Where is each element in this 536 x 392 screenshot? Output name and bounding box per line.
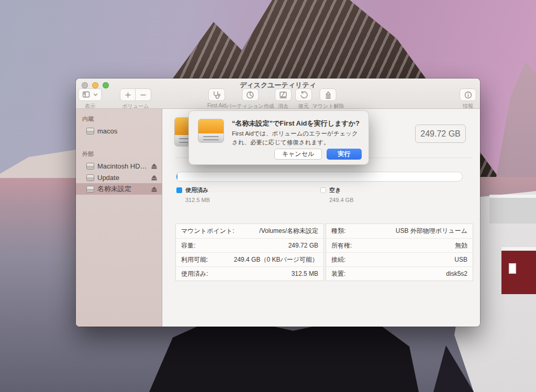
details-table-left: マウントポイント: /Volumes/名称未設定 容量: 249.72 GB 利… bbox=[175, 223, 324, 281]
wallpaper-red-cabin bbox=[501, 247, 536, 294]
eraser-icon bbox=[279, 91, 287, 98]
volume-tool: ボリューム bbox=[120, 88, 151, 110]
table-row: 種類: USB 外部物理ボリューム bbox=[326, 224, 473, 238]
view-tool: 表示 bbox=[79, 88, 102, 110]
disk-utility-window: ディスクユーティリティ 表示 bbox=[76, 79, 480, 327]
usage-bar bbox=[176, 172, 463, 182]
detail-value: 無効 bbox=[455, 241, 467, 250]
table-row: 装置: disk5s2 bbox=[326, 266, 473, 281]
detail-value: USB bbox=[454, 256, 467, 263]
details-table-right: 種類: USB 外部物理ボリューム 所有権: 無効 接続: USB 装置: di… bbox=[326, 223, 473, 281]
legend-used: 使用済み 312.5 MB bbox=[176, 186, 210, 203]
eject-button[interactable] bbox=[150, 174, 158, 181]
disk-icon bbox=[86, 163, 94, 170]
info-button[interactable] bbox=[460, 88, 476, 101]
info-tool: 情報 bbox=[460, 88, 476, 110]
detail-label: 容量: bbox=[181, 241, 195, 250]
sidebar: 内蔵 macos 外部 Macintosh HD - Data Update bbox=[76, 109, 162, 327]
unmount-eject-icon bbox=[325, 91, 332, 99]
legend-free: 空き 249.4 GB bbox=[320, 186, 353, 203]
eject-button[interactable] bbox=[150, 162, 158, 170]
dialog-body: First Aidでは、ボリュームのエラーがチェックされ、必要に応じて修復されま… bbox=[232, 129, 364, 148]
detail-value: 249.72 GB bbox=[288, 242, 318, 249]
detail-label: 利用可能: bbox=[181, 255, 208, 264]
first-aid-dialog: “名称未設定”でFirst Aidを実行しますか? First Aidでは、ボリ… bbox=[188, 110, 369, 165]
first-aid-button[interactable] bbox=[208, 88, 225, 101]
eject-button[interactable] bbox=[150, 185, 158, 193]
table-row: 利用可能: 249.4 GB（0 KBパージ可能） bbox=[176, 252, 323, 266]
disk-icon bbox=[86, 174, 94, 181]
cabin-window bbox=[509, 263, 516, 274]
detail-value: disk5s2 bbox=[446, 270, 467, 277]
partition-button[interactable] bbox=[242, 88, 259, 101]
sidebar-item-untitled[interactable]: 名称未設定 bbox=[76, 183, 162, 195]
free-value: 249.4 GB bbox=[329, 197, 353, 203]
dialog-title: “名称未設定”でFirst Aidを実行しますか? bbox=[232, 119, 363, 128]
restore-tool: 復元 bbox=[295, 88, 312, 110]
remove-volume-button[interactable] bbox=[136, 88, 151, 101]
add-volume-button[interactable] bbox=[120, 88, 136, 101]
plus-icon bbox=[125, 92, 131, 98]
detail-value: 312.5 MB bbox=[292, 270, 318, 277]
sidebar-item-macos[interactable]: macos bbox=[76, 125, 162, 137]
titlebar[interactable]: ディスクユーティリティ 表示 bbox=[76, 79, 480, 109]
restore-arrow-icon bbox=[300, 91, 308, 99]
used-swatch bbox=[176, 187, 182, 193]
erase-button[interactable] bbox=[275, 88, 292, 101]
detail-value: /Volumes/名称未設定 bbox=[259, 227, 318, 236]
unmount-button[interactable] bbox=[320, 88, 337, 101]
detail-label: 装置: bbox=[331, 270, 345, 278]
first-aid-tool: First Aid bbox=[207, 88, 226, 108]
detail-label: 接続: bbox=[331, 255, 345, 264]
detail-label: 使用済み: bbox=[181, 270, 208, 278]
cancel-button[interactable]: キャンセル bbox=[274, 149, 322, 160]
restore-button[interactable] bbox=[295, 88, 312, 101]
table-row: 所有権: 無効 bbox=[326, 238, 473, 252]
sidebar-section-external: 外部 bbox=[76, 137, 162, 160]
info-icon bbox=[464, 91, 472, 99]
detail-label: 所有権: bbox=[331, 241, 352, 250]
minus-icon bbox=[140, 92, 146, 98]
partition-icon bbox=[247, 91, 254, 99]
detail-label: 種類: bbox=[331, 227, 345, 236]
sidebar-section-internal: 内蔵 bbox=[76, 109, 162, 125]
erase-tool: 消去 bbox=[275, 88, 292, 110]
usage-bar-used bbox=[176, 172, 177, 181]
detail-value: USB 外部物理ボリューム bbox=[396, 227, 467, 236]
view-button[interactable] bbox=[79, 88, 102, 101]
external-drive-icon bbox=[198, 119, 224, 143]
partition-tool: パーティション作成 bbox=[226, 88, 274, 110]
detail-label: マウントポイント: bbox=[181, 227, 234, 236]
first-aid-label: First Aid bbox=[207, 103, 226, 108]
run-button[interactable]: 実行 bbox=[327, 149, 362, 160]
table-row: 接続: USB bbox=[326, 252, 473, 266]
table-row: マウントポイント: /Volumes/名称未設定 bbox=[176, 224, 323, 238]
chevron-down-icon bbox=[94, 93, 98, 96]
free-swatch bbox=[320, 187, 326, 193]
sidebar-icon bbox=[83, 91, 92, 98]
used-value: 312.5 MB bbox=[185, 197, 210, 203]
sidebar-item-macintosh-hd-data[interactable]: Macintosh HD - Data bbox=[76, 160, 162, 172]
disk-icon bbox=[86, 186, 94, 193]
table-row: 使用済み: 312.5 MB bbox=[176, 266, 323, 281]
wallpaper-building bbox=[489, 195, 536, 223]
capacity-badge: 249.72 GB bbox=[415, 125, 466, 143]
disk-icon bbox=[86, 128, 94, 135]
stethoscope-icon bbox=[213, 91, 221, 99]
detail-value: 249.4 GB（0 KBパージ可能） bbox=[234, 255, 318, 264]
table-row: 容量: 249.72 GB bbox=[176, 238, 323, 252]
unmount-tool: マウント解除 bbox=[312, 88, 344, 110]
sidebar-item-update[interactable]: Update bbox=[76, 172, 162, 183]
